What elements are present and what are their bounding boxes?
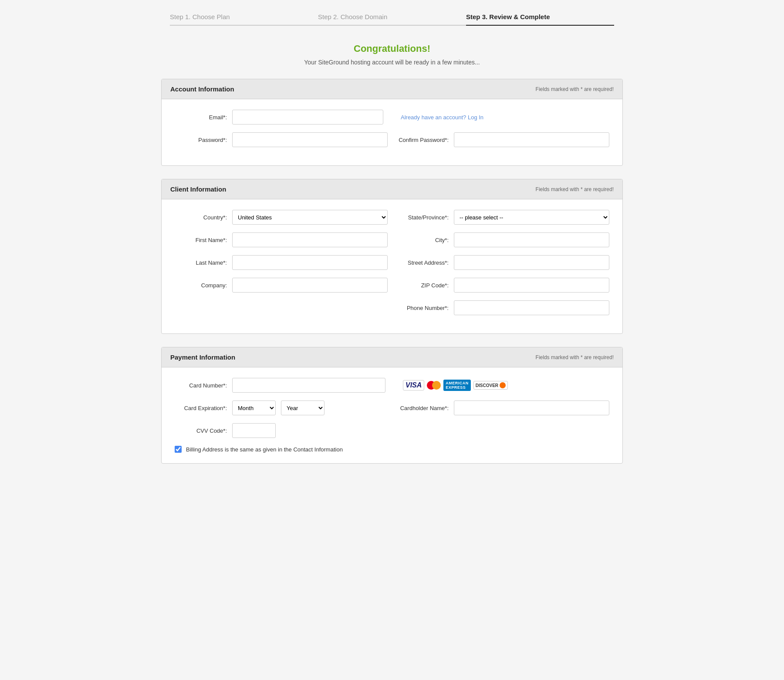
month-select[interactable]: Month January February March April May J… xyxy=(232,401,276,415)
already-account-link[interactable]: Already have an account? Log In xyxy=(401,114,483,121)
phone-label: Phone Number*: xyxy=(396,305,449,311)
card-number-row: Card Number*: VISA AMERICANEXPRESS DISCO… xyxy=(175,378,609,393)
firstname-label: First Name*: xyxy=(175,237,227,243)
password-label: Password*: xyxy=(175,137,227,143)
street-col: Street Address*: xyxy=(396,255,609,270)
confirm-password-col: Confirm Password*: xyxy=(396,132,609,147)
company-col: Company: xyxy=(175,278,388,293)
account-info-note: Fields marked with * are required! xyxy=(536,86,614,92)
lastname-street-row: Last Name*: Street Address*: xyxy=(175,255,609,270)
city-input[interactable] xyxy=(454,232,609,247)
card-expiration-label: Card Expiration*: xyxy=(175,405,227,411)
city-label: City*: xyxy=(396,237,449,243)
email-label: Email*: xyxy=(175,114,227,121)
country-label: Country*: xyxy=(175,214,227,221)
expiration-col: Card Expiration*: Month January February… xyxy=(175,401,388,415)
state-label: State/Province*: xyxy=(396,214,449,221)
firstname-col: First Name*: xyxy=(175,232,388,247)
congrats-section: Congratulations! Your SiteGround hosting… xyxy=(161,43,623,66)
lastname-col: Last Name*: xyxy=(175,255,388,270)
cardholder-col: Cardholder Name*: xyxy=(396,401,609,415)
email-input[interactable] xyxy=(232,110,383,125)
street-input[interactable] xyxy=(454,255,609,270)
confirm-password-input[interactable] xyxy=(454,132,609,147)
step1-label: Step 1. Choose Plan xyxy=(170,13,230,20)
phone-input[interactable] xyxy=(454,300,609,315)
password-row: Password*: Confirm Password*: xyxy=(175,132,609,147)
step3-label: Step 3. Review & Complete xyxy=(466,13,550,20)
cvv-col: CVV Code*: xyxy=(175,423,388,438)
zip-label: ZIP Code*: xyxy=(396,282,449,289)
login-link-col: Already have an account? Log In xyxy=(392,114,609,121)
billing-checkbox-row: Billing Address is the same as given in … xyxy=(175,446,609,453)
account-info-body: Email*: Already have an account? Log In … xyxy=(162,99,622,165)
discover-icon: DISCOVER xyxy=(473,381,508,390)
card-number-label: Card Number*: xyxy=(175,382,227,389)
year-select[interactable]: Year 2024 2025 2026 2027 2028 2029 2030 xyxy=(281,401,324,415)
payment-info-title: Payment Information xyxy=(170,353,235,361)
zip-col: ZIP Code*: xyxy=(396,278,609,293)
payment-info-body: Card Number*: VISA AMERICANEXPRESS DISCO… xyxy=(162,367,622,463)
account-info-card: Account Information Fields marked with *… xyxy=(161,79,623,166)
country-col: Country*: United States xyxy=(175,210,388,225)
card-logos: VISA AMERICANEXPRESS DISCOVER xyxy=(403,380,508,391)
account-info-title: Account Information xyxy=(170,85,234,93)
payment-info-note: Fields marked with * are required! xyxy=(536,354,614,360)
email-col: Email*: xyxy=(175,110,383,125)
street-label: Street Address*: xyxy=(396,259,449,266)
cvv-label: CVV Code*: xyxy=(175,428,227,434)
company-input[interactable] xyxy=(232,278,388,293)
country-select[interactable]: United States xyxy=(232,210,388,225)
payment-info-card: Payment Information Fields marked with *… xyxy=(161,347,623,464)
cvv-input[interactable] xyxy=(232,423,276,438)
state-col: State/Province*: -- please select -- xyxy=(396,210,609,225)
card-number-input[interactable] xyxy=(232,378,385,393)
cvv-row: CVV Code*: xyxy=(175,423,609,438)
email-row: Email*: Already have an account? Log In xyxy=(175,110,609,125)
lastname-label: Last Name*: xyxy=(175,259,227,266)
visa-icon: VISA xyxy=(403,380,424,390)
congrats-subtitle: Your SiteGround hosting account will be … xyxy=(161,59,623,66)
firstname-input[interactable] xyxy=(232,232,388,247)
card-number-col: Card Number*: xyxy=(175,378,385,393)
step2-item[interactable]: Step 2. Choose Domain xyxy=(318,13,466,26)
country-state-row: Country*: United States State/Province*:… xyxy=(175,210,609,225)
billing-checkbox-label: Billing Address is the same as given in … xyxy=(186,446,343,453)
cardholder-label: Cardholder Name*: xyxy=(396,405,449,411)
cardholder-input[interactable] xyxy=(454,401,609,415)
phone-col: Phone Number*: xyxy=(396,300,609,315)
amex-icon: AMERICANEXPRESS xyxy=(443,380,471,391)
client-info-body: Country*: United States State/Province*:… xyxy=(162,199,622,333)
steps-header: Step 1. Choose Plan Step 2. Choose Domai… xyxy=(161,13,623,26)
lastname-input[interactable] xyxy=(232,255,388,270)
phone-row: Phone Number*: xyxy=(175,300,609,315)
client-info-header: Client Information Fields marked with * … xyxy=(162,179,622,199)
congrats-title: Congratulations! xyxy=(161,43,623,54)
mastercard-icon xyxy=(427,381,441,390)
state-select[interactable]: -- please select -- xyxy=(454,210,609,225)
company-zip-row: Company: ZIP Code*: xyxy=(175,278,609,293)
billing-same-checkbox[interactable] xyxy=(175,446,182,453)
company-label: Company: xyxy=(175,282,227,289)
client-info-card: Client Information Fields marked with * … xyxy=(161,179,623,334)
card-logos-col: VISA AMERICANEXPRESS DISCOVER xyxy=(394,380,609,391)
city-col: City*: xyxy=(396,232,609,247)
client-info-note: Fields marked with * are required! xyxy=(536,186,614,192)
payment-info-header: Payment Information Fields marked with *… xyxy=(162,347,622,367)
account-info-header: Account Information Fields marked with *… xyxy=(162,79,622,99)
step1-item[interactable]: Step 1. Choose Plan xyxy=(170,13,318,26)
page-wrapper: Step 1. Choose Plan Step 2. Choose Domai… xyxy=(152,0,632,503)
firstname-city-row: First Name*: City*: xyxy=(175,232,609,247)
password-col: Password*: xyxy=(175,132,388,147)
step2-label: Step 2. Choose Domain xyxy=(318,13,387,20)
confirm-password-label: Confirm Password*: xyxy=(396,137,449,143)
step3-item[interactable]: Step 3. Review & Complete xyxy=(466,13,614,26)
expiration-cardholder-row: Card Expiration*: Month January February… xyxy=(175,401,609,415)
client-info-title: Client Information xyxy=(170,185,226,193)
password-input[interactable] xyxy=(232,132,388,147)
zip-input[interactable] xyxy=(454,278,609,293)
